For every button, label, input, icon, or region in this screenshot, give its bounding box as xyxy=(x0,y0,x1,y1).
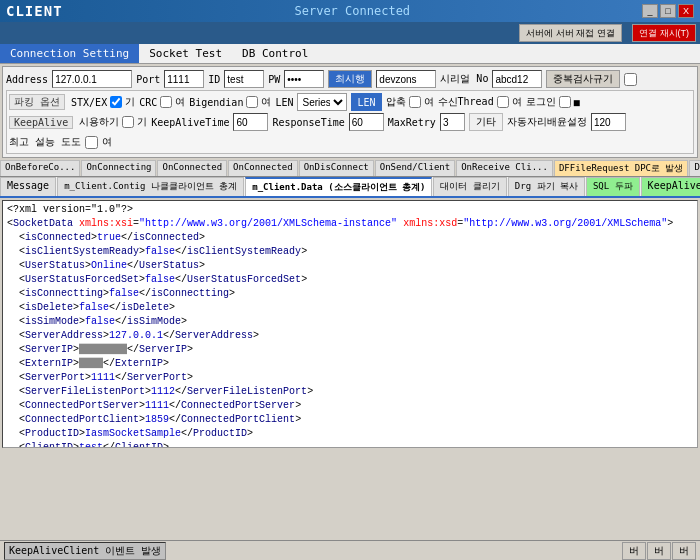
nav-tab-3[interactable]: OnConnected xyxy=(228,160,298,176)
pw-input[interactable] xyxy=(284,70,324,88)
serial-input[interactable] xyxy=(492,70,542,88)
minimize-btn[interactable]: _ xyxy=(642,4,658,18)
speed-checkbox[interactable] xyxy=(85,136,98,149)
options-row1: 파킹 옵션 STX/EX 기 CRC 여 Bigendian 여 LEN Ser… xyxy=(9,93,691,111)
server-reconnect-btn[interactable]: 서버에 서버 재접 연결 xyxy=(519,24,622,42)
nav-tab-5[interactable]: OnSend/Client xyxy=(375,160,455,176)
use-label: 시용하기 xyxy=(79,115,119,129)
nav-tab-8[interactable]: DnFileProgress xyxy=(689,160,700,176)
status-text: KeepAliveClient 이벤트 발생 xyxy=(4,542,166,560)
bigendian-group: Bigendian 여 xyxy=(189,95,271,109)
nav-tab-2[interactable]: OnConnected xyxy=(157,160,227,176)
menu-bar: Connection Setting Socket Test DB Contro… xyxy=(0,44,700,64)
recv-group: 수신Thread 여 xyxy=(438,95,522,109)
address-input[interactable] xyxy=(52,70,132,88)
nav-btn-3[interactable]: 버 xyxy=(672,542,696,560)
tab-config[interactable]: m_Client.Contig 나클클라이언트 총계 xyxy=(57,177,244,196)
field1-input[interactable] xyxy=(376,70,436,88)
speed-label: 최고 설능 도도 xyxy=(9,135,81,149)
options-panel: 파킹 옵션 STX/EX 기 CRC 여 Bigendian 여 LEN Ser… xyxy=(6,90,694,154)
server-disconnect-btn[interactable]: 연결 재시(T) xyxy=(632,24,696,42)
auto-input[interactable] xyxy=(591,113,626,131)
nav-btn-2[interactable]: 버 xyxy=(647,542,671,560)
keepalivetime-label: KeepAliveTime xyxy=(151,117,229,128)
menu-db[interactable]: DB Control xyxy=(232,44,318,63)
nav-buttons: 버 버 버 xyxy=(622,542,696,560)
pw-label: PW xyxy=(268,74,280,85)
log-checkbox[interactable] xyxy=(559,96,571,108)
maxretry-input[interactable] xyxy=(440,113,465,131)
xml-line-12: <ServerPort>1111</ServerPort> xyxy=(7,371,693,385)
nav-tab-1[interactable]: OnConnecting xyxy=(81,160,156,176)
app-logo: CLIENT xyxy=(6,3,63,19)
use-checkbox[interactable] xyxy=(122,116,134,128)
bigendian-val: 여 xyxy=(261,95,271,109)
menu-connection[interactable]: Connection Setting xyxy=(0,44,139,63)
tab-copy[interactable]: Drg 파기 복사 xyxy=(508,177,585,196)
series-display: LEN xyxy=(351,93,381,111)
check-checkbox[interactable] xyxy=(624,73,637,86)
zip-checkbox[interactable] xyxy=(409,96,421,108)
speed-val: 여 xyxy=(102,135,112,149)
nav-tab-4[interactable]: OnDisConnect xyxy=(299,160,374,176)
stx-checkbox[interactable] xyxy=(110,96,122,108)
recv-checkbox[interactable] xyxy=(497,96,509,108)
menu-socket[interactable]: Socket Test xyxy=(139,44,232,63)
connection-panel: Address Port ID PW 최시행 시리얼 No 중복검사규기 파킹 … xyxy=(2,66,698,158)
use-group: 시용하기 기 xyxy=(79,115,147,129)
tab-clear[interactable]: 대이터 클리기 xyxy=(433,177,506,196)
xml-line-3: <isClientSystemReady>false</isClientSyst… xyxy=(7,245,693,259)
title-bar: CLIENT Server Connected _ □ X xyxy=(0,0,700,22)
crc-val: 여 xyxy=(175,95,185,109)
crc-checkbox[interactable] xyxy=(160,96,172,108)
xml-line-8: <isSimMode>false</isSimMode> xyxy=(7,315,693,329)
xml-line-5: <UserStatusForcedSet>false</UserStatusFo… xyxy=(7,273,693,287)
responsetime-input[interactable] xyxy=(349,113,384,131)
options-row2: KeepAlive 시용하기 기 KeepAliveTime ResponseT… xyxy=(9,113,691,149)
address-label: Address xyxy=(6,74,48,85)
nav-tab-7[interactable]: DFFileRequest DPC로 발생 xyxy=(554,160,689,176)
check-btn[interactable]: 중복검사규기 xyxy=(546,70,620,88)
nav-btn-1[interactable]: 버 xyxy=(622,542,646,560)
keepalivetime-input[interactable] xyxy=(233,113,268,131)
use-val: 기 xyxy=(137,115,147,129)
bigendian-checkbox[interactable] xyxy=(246,96,258,108)
port-label: Port xyxy=(136,74,160,85)
tab-data[interactable]: m_Client.Data (소스클라이언트 총계) xyxy=(245,177,432,196)
tab-keepalive[interactable]: KeepAlive xyxy=(641,177,700,196)
connect-btn[interactable]: 최시행 xyxy=(328,70,372,88)
xml-line-13: <ServerFileListenPort>1112</ServerFileLi… xyxy=(7,385,693,399)
xml-content-area[interactable]: <?xml version="1.0"?> <SocketData xmlns:… xyxy=(2,200,698,448)
tab-sql[interactable]: SQL 두파 xyxy=(586,177,640,196)
keepalive-title: KeepAlive xyxy=(9,116,73,129)
nav-tab-6[interactable]: OnReceive Cli... xyxy=(456,160,553,176)
status-bar: KeepAliveClient 이벤트 발생 버 버 버 xyxy=(0,540,700,560)
crc-group: CRC 여 xyxy=(139,95,185,109)
maxretry-label: MaxRetry xyxy=(388,117,436,128)
id-label: ID xyxy=(208,74,220,85)
stx-group: STX/EX 기 xyxy=(71,95,135,109)
other-section: 기타 xyxy=(469,113,503,131)
xml-line-16: <ProductID>IasmSocketSample</ProductID> xyxy=(7,427,693,441)
tab-message[interactable]: Message xyxy=(0,177,56,196)
stx-label: STX/EX xyxy=(71,97,107,108)
xml-line-15: <ConnectedPortClient>1859</ConnectedPort… xyxy=(7,413,693,427)
top-action-bar: 서버에 서버 재접 연결 연결 재시(T) xyxy=(0,22,700,44)
maximize-btn[interactable]: □ xyxy=(660,4,676,18)
nav-tabs: OnBeforeCo... OnConnecting OnConnected O… xyxy=(0,160,700,177)
zip-val: 여 xyxy=(424,95,434,109)
xml-line-2: <isConnected>true</isConnected> xyxy=(7,231,693,245)
xml-line-9: <ServerAddress>127.0.0.1</ServerAddress> xyxy=(7,329,693,343)
options-title: 파킹 옵션 xyxy=(9,94,65,110)
window-controls: _ □ X xyxy=(642,4,694,18)
xml-line-11: <ExternIP>████</ExternIP> xyxy=(7,357,693,371)
xml-line-6: <isConnectting>false</isConnectting> xyxy=(7,287,693,301)
log-label: 로그인 xyxy=(526,95,556,109)
xml-line-17: <ClientID>test</ClientID> xyxy=(7,441,693,448)
len-select[interactable]: Series xyxy=(297,93,347,111)
id-input[interactable] xyxy=(224,70,264,88)
main-tabs: Message m_Client.Contig 나클클라이언트 총계 m_Cli… xyxy=(0,177,700,198)
nav-tab-0[interactable]: OnBeforeCo... xyxy=(0,160,80,176)
close-btn[interactable]: X xyxy=(678,4,694,18)
port-input[interactable] xyxy=(164,70,204,88)
